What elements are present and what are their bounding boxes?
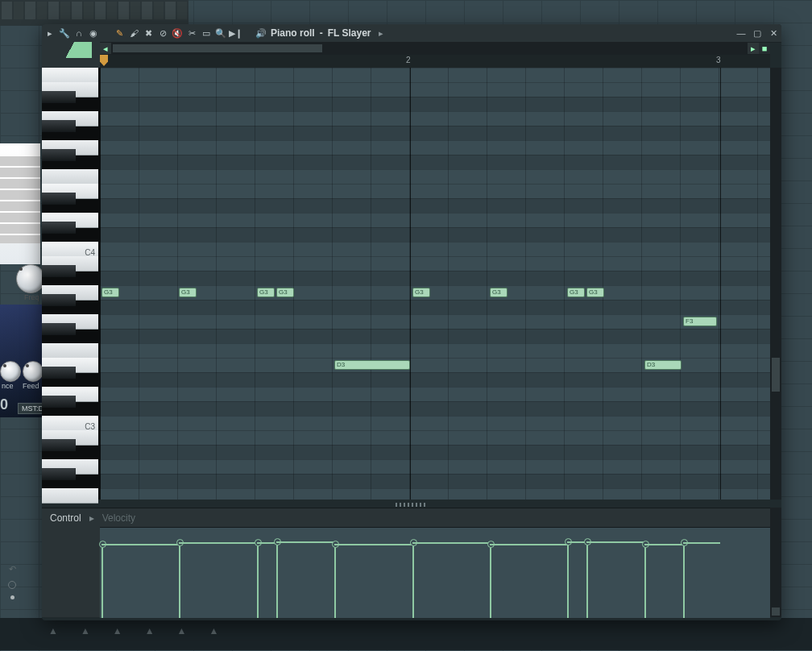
step-sequencer-strip — [0, 0, 188, 26]
titlebar[interactable]: ▸ 🔧 ∩ ◉ ✎ 🖌 ✖ ⊘ 🔇 ✂ ▭ 🔍 ▶❙ 🔊 Piano roll … — [42, 24, 781, 43]
black-key[interactable] — [42, 396, 76, 408]
history-back-icon[interactable]: ↶ — [9, 564, 16, 574]
title-sep: - — [320, 24, 323, 42]
velocity-step — [179, 542, 257, 544]
black-key[interactable] — [42, 222, 76, 234]
feed-knob[interactable] — [23, 361, 44, 382]
velocity-bar[interactable] — [257, 542, 259, 618]
velocity-bar[interactable] — [490, 544, 491, 618]
white-key[interactable] — [42, 169, 98, 185]
control-header[interactable]: Control ▸ Velocity — [42, 508, 770, 528]
scroll-right-icon[interactable]: ▸ — [748, 43, 759, 54]
bottom-arrows: ▲▲▲▲▲▲ — [48, 625, 218, 636]
midi-note[interactable]: D3 — [334, 360, 410, 370]
velocity-bar[interactable] — [334, 544, 336, 618]
velocity-bar[interactable] — [586, 541, 588, 618]
midi-note[interactable]: D3 — [644, 360, 682, 370]
playback-tool-icon[interactable]: ▶❙ — [230, 28, 240, 38]
control-label: Control — [50, 512, 81, 524]
magnet-icon[interactable]: ∩ — [74, 28, 84, 38]
velocity-bar[interactable] — [179, 542, 180, 618]
menu-arrow-icon[interactable]: ▸ — [45, 28, 55, 38]
bar-number: 3 — [716, 56, 721, 64]
velocity-bar[interactable] — [644, 544, 646, 618]
midi-note[interactable]: G3 — [586, 288, 604, 297]
feed-label: Feed — [23, 382, 39, 390]
slip-tool-icon[interactable]: 🔇 — [172, 28, 182, 38]
record-icon[interactable] — [8, 581, 16, 589]
midi-note[interactable]: G3 — [257, 288, 275, 297]
velocity-step — [276, 541, 334, 543]
midi-note[interactable]: G3 — [412, 288, 430, 297]
slice-tool-icon[interactable]: ✂ — [187, 28, 197, 38]
piano-roll-window: ▸ 🔧 ∩ ◉ ✎ 🖌 ✖ ⊘ 🔇 ✂ ▭ 🔍 ▶❙ 🔊 Piano roll … — [42, 24, 781, 620]
nce-knob[interactable] — [0, 361, 21, 382]
control-menu-button[interactable] — [772, 607, 780, 616]
close-icon[interactable]: ✕ — [768, 28, 778, 38]
black-key[interactable] — [42, 323, 76, 335]
black-key[interactable] — [42, 149, 76, 161]
velocity-step — [490, 544, 567, 545]
white-key[interactable] — [42, 343, 98, 359]
velocity-step — [412, 542, 490, 544]
minimize-icon[interactable]: ― — [736, 28, 746, 38]
velocity-bar[interactable] — [276, 541, 278, 618]
vertical-thumb[interactable] — [772, 358, 780, 392]
black-key[interactable] — [42, 439, 76, 451]
speaker-icon[interactable]: 🔊 — [256, 28, 266, 38]
draw-tool-icon[interactable]: ✎ — [114, 28, 124, 38]
freq-knob[interactable] — [16, 264, 45, 293]
control-param[interactable]: Velocity — [102, 512, 135, 524]
velocity-bar[interactable] — [412, 542, 414, 618]
note-grid[interactable]: G3G3G3G3G3G3G3G3F3D3D3 — [100, 68, 770, 500]
black-key[interactable] — [42, 468, 76, 480]
pattern-tab[interactable] — [50, 42, 92, 58]
black-key[interactable] — [42, 91, 76, 103]
white-key[interactable]: C4 — [42, 242, 98, 257]
scroll-thumb[interactable] — [113, 44, 322, 52]
wrench-icon[interactable]: 🔧 — [60, 28, 69, 38]
black-key[interactable] — [42, 367, 76, 379]
title-app: Piano roll — [271, 24, 315, 42]
black-key[interactable] — [42, 120, 76, 132]
velocity-bar[interactable] — [102, 544, 103, 618]
white-key[interactable] — [42, 68, 98, 83]
title-arrow-icon[interactable]: ▸ — [376, 28, 386, 38]
control-right-gutter — [770, 508, 781, 617]
piano-keyboard[interactable]: C4C3 — [42, 68, 101, 500]
scroll-zoom-icon[interactable]: ■ — [759, 43, 770, 54]
mute-tool-icon[interactable]: ⊘ — [158, 28, 168, 38]
playhead-marker[interactable] — [100, 55, 108, 66]
paint-tool-icon[interactable]: 🖌 — [129, 28, 139, 38]
midi-note[interactable]: G3 — [102, 288, 119, 297]
midi-note[interactable]: G3 — [567, 288, 585, 297]
black-key[interactable] — [42, 193, 76, 205]
velocity-pane[interactable] — [100, 527, 770, 618]
black-key[interactable] — [42, 265, 76, 277]
midi-note[interactable]: G3 — [490, 288, 508, 297]
zoom-tool-icon[interactable]: 🔍 — [216, 28, 226, 38]
bar-ruler[interactable]: 2 3 — [100, 55, 770, 68]
plugin-panel-partial: Freq nce Feed — [0, 143, 42, 417]
velocity-step — [102, 544, 179, 545]
white-key[interactable]: C3 — [42, 416, 98, 431]
velocity-bar[interactable] — [567, 541, 569, 618]
timeline-scrollbar[interactable]: ◂ ▸ ■ — [100, 42, 770, 55]
pane-resize-handle[interactable] — [396, 503, 428, 507]
white-key[interactable] — [42, 488, 98, 504]
vertical-scrollbar[interactable] — [770, 68, 781, 500]
stamp-icon[interactable]: ◉ — [89, 28, 98, 38]
midi-note[interactable]: G3 — [179, 288, 197, 297]
maximize-icon[interactable]: ▢ — [752, 28, 762, 38]
scroll-left-icon[interactable]: ◂ — [100, 43, 111, 54]
dot-icon — [10, 595, 14, 599]
select-tool-icon[interactable]: ▭ — [201, 28, 211, 38]
velocity-bar[interactable] — [683, 542, 685, 618]
control-gutter — [42, 527, 100, 617]
midi-note[interactable]: F3 — [683, 317, 717, 326]
black-key[interactable] — [42, 294, 76, 306]
bar-number: 2 — [406, 56, 411, 64]
velocity-step — [586, 541, 644, 543]
midi-note[interactable]: G3 — [276, 288, 294, 297]
delete-tool-icon[interactable]: ✖ — [143, 28, 153, 38]
